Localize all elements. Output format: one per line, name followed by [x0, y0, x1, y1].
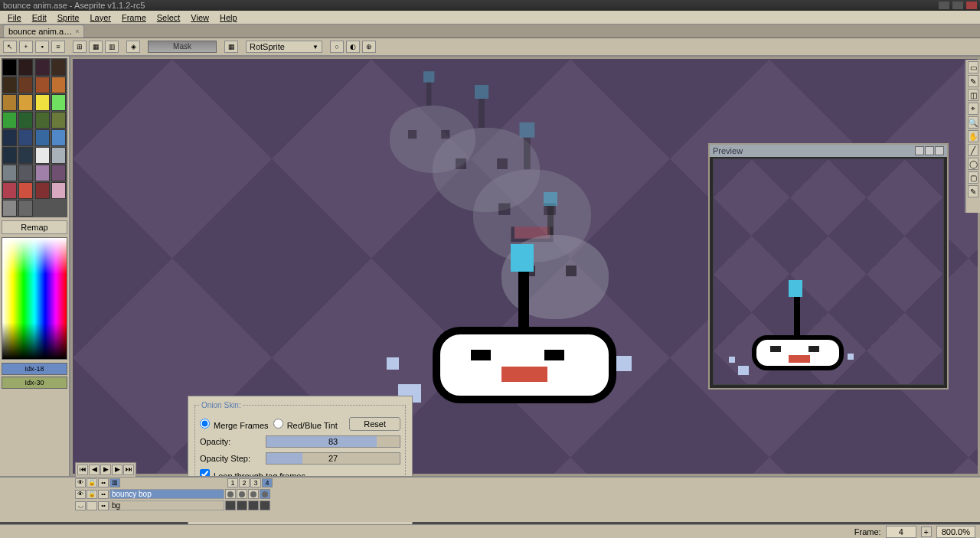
- cel[interactable]: [225, 501, 236, 510]
- menu-help[interactable]: Help: [215, 12, 242, 23]
- remap-button[interactable]: Remap: [2, 220, 67, 234]
- color-swatch[interactable]: [18, 94, 33, 111]
- eyedropper-tool[interactable]: ⌖: [968, 103, 978, 115]
- color-swatch[interactable]: [2, 59, 17, 76]
- add-selection-button[interactable]: +: [19, 41, 33, 53]
- color-swatch[interactable]: [51, 94, 66, 111]
- opt-2-button[interactable]: ◐: [346, 41, 360, 53]
- grid-1-button[interactable]: ⊞: [73, 41, 87, 53]
- cel[interactable]: [237, 501, 247, 510]
- color-swatch[interactable]: [51, 77, 66, 93]
- document-tab[interactable]: bounce anim.a… ×: [3, 24, 84, 37]
- layer-row-bouncy-bop[interactable]: 👁 🔒 •• bouncy bop: [0, 488, 980, 500]
- rotation-algorithm-dropdown[interactable]: RotSprite ▼: [246, 41, 322, 53]
- menu-frame[interactable]: Frame: [117, 12, 151, 23]
- menu-sprite[interactable]: Sprite: [53, 12, 84, 23]
- layer-visible-icon[interactable]: ◡: [75, 501, 86, 510]
- color-swatch[interactable]: [35, 147, 50, 164]
- color-swatch[interactable]: [51, 182, 66, 199]
- lock-column-header[interactable]: 🔒: [87, 478, 97, 487]
- color-swatch[interactable]: [18, 165, 33, 181]
- new-frame-button[interactable]: +: [921, 527, 932, 537]
- layer-lock-icon[interactable]: 🔒: [87, 490, 97, 499]
- preview-play-button[interactable]: [925, 146, 934, 155]
- menu-edit[interactable]: Edit: [28, 12, 51, 23]
- color-swatch[interactable]: [18, 129, 33, 146]
- opt-3-button[interactable]: ⊕: [362, 41, 376, 53]
- color-swatch[interactable]: [2, 77, 17, 93]
- snap-button[interactable]: ◈: [126, 41, 140, 53]
- background-color-index[interactable]: Idx-30: [2, 377, 67, 389]
- prev-frame-button[interactable]: ◀: [89, 465, 100, 475]
- ellipse-tool[interactable]: ◯: [968, 158, 978, 170]
- layer-row-bg[interactable]: ◡ •• bg: [0, 500, 980, 511]
- color-swatch[interactable]: [18, 147, 33, 164]
- first-frame-button[interactable]: ⏮: [77, 465, 88, 475]
- layer-lock-icon[interactable]: [87, 501, 97, 510]
- color-swatch[interactable]: [35, 129, 50, 146]
- color-swatch[interactable]: [35, 59, 50, 76]
- last-frame-button[interactable]: ⏭: [123, 465, 134, 475]
- color-swatch[interactable]: [35, 94, 50, 111]
- opt-1-button[interactable]: ○: [330, 41, 344, 53]
- color-swatch[interactable]: [2, 94, 17, 111]
- preview-window[interactable]: Preview: [708, 143, 949, 390]
- color-swatch[interactable]: [35, 182, 50, 199]
- color-swatch[interactable]: [2, 200, 17, 217]
- subtract-selection-button[interactable]: ▪: [35, 41, 49, 53]
- hand-tool[interactable]: ✋: [968, 130, 978, 142]
- layer-continuous-icon[interactable]: ••: [98, 501, 109, 510]
- color-swatch[interactable]: [2, 147, 17, 164]
- color-swatch[interactable]: [51, 147, 66, 164]
- frame-header-2[interactable]: 2: [239, 478, 250, 487]
- color-swatch[interactable]: [18, 112, 33, 129]
- menu-file[interactable]: File: [3, 12, 26, 23]
- color-palette[interactable]: [2, 58, 67, 217]
- pencil-tool[interactable]: ✎: [968, 75, 978, 87]
- rect-tool[interactable]: ▢: [968, 171, 978, 184]
- grid-toggle-button[interactable]: ▦: [224, 41, 238, 53]
- play-button[interactable]: ▶: [100, 465, 111, 475]
- canvas-area[interactable]: Preview Onion Skin:: [70, 57, 980, 476]
- red-blue-tint-radio[interactable]: Red/Blue Tint: [273, 419, 338, 430]
- grid-2-button[interactable]: ▦: [89, 41, 103, 53]
- layer-continuous-icon[interactable]: ••: [98, 490, 109, 499]
- preview-close-button[interactable]: [935, 146, 944, 155]
- cel[interactable]: [248, 501, 259, 510]
- menu-button[interactable]: ≡: [51, 41, 65, 53]
- color-swatch[interactable]: [2, 129, 17, 146]
- cel[interactable]: [237, 489, 247, 499]
- contour-tool[interactable]: ✎: [968, 185, 978, 197]
- cel[interactable]: [248, 489, 259, 499]
- color-swatch[interactable]: [2, 112, 17, 129]
- zoom-field[interactable]: 800.0%: [936, 526, 975, 538]
- color-swatch[interactable]: [51, 112, 66, 129]
- color-swatch[interactable]: [35, 165, 50, 181]
- opacity-slider[interactable]: 83: [266, 435, 400, 448]
- color-spectrum[interactable]: [2, 237, 67, 360]
- continuous-column-header[interactable]: ••: [98, 478, 109, 487]
- color-swatch[interactable]: [18, 182, 33, 199]
- close-tab-icon[interactable]: ×: [75, 28, 79, 35]
- color-swatch[interactable]: [18, 77, 33, 93]
- cel[interactable]: [225, 489, 236, 499]
- frame-header-1[interactable]: 1: [227, 478, 238, 487]
- preview-titlebar[interactable]: Preview: [710, 145, 947, 157]
- minimize-button[interactable]: [939, 2, 949, 9]
- frame-header-4[interactable]: 4: [262, 478, 273, 487]
- eraser-tool[interactable]: ◫: [968, 89, 978, 101]
- menu-view[interactable]: View: [186, 12, 214, 23]
- color-swatch[interactable]: [18, 200, 33, 217]
- cel[interactable]: [260, 501, 270, 510]
- zoom-tool[interactable]: 🔍: [968, 116, 978, 129]
- mask-button[interactable]: Mask: [148, 41, 217, 53]
- color-swatch[interactable]: [51, 59, 66, 76]
- marquee-tool[interactable]: ▭: [968, 61, 978, 73]
- layer-name[interactable]: bg: [109, 501, 224, 510]
- reset-button[interactable]: Reset: [349, 417, 400, 431]
- layer-name[interactable]: bouncy bop: [109, 489, 224, 499]
- layer-visible-icon[interactable]: 👁: [75, 490, 86, 499]
- color-swatch[interactable]: [2, 165, 17, 181]
- next-frame-button[interactable]: ▶: [112, 465, 122, 475]
- color-swatch[interactable]: [2, 182, 17, 199]
